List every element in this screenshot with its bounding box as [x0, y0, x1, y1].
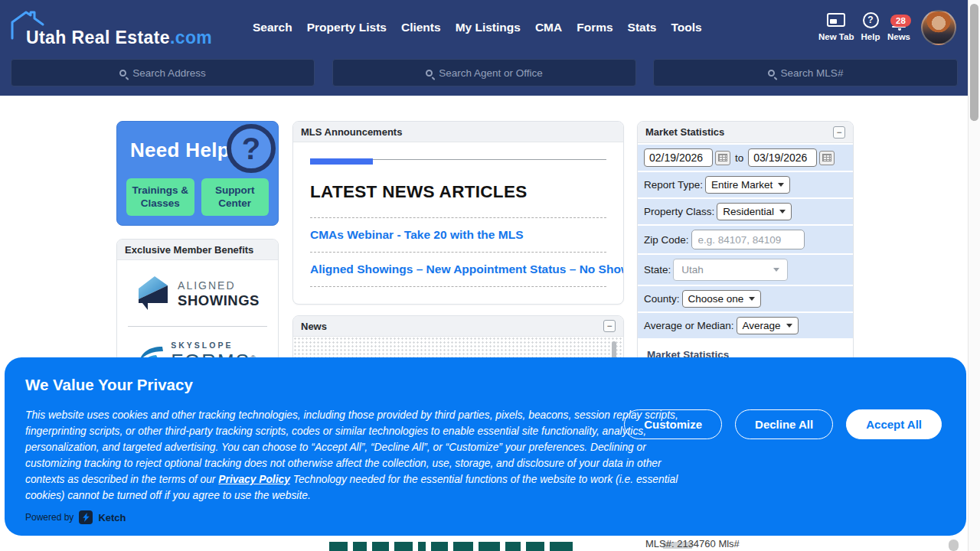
chevron-down-icon [779, 210, 786, 214]
divider [310, 286, 606, 287]
privacy-policy-link[interactable]: Privacy Policy [218, 474, 290, 485]
chevron-down-icon [773, 268, 779, 272]
average-median-label: Average or Median: [644, 320, 734, 331]
property-class-label: Property Class: [644, 206, 714, 217]
county-row: County: Choose one [638, 286, 853, 311]
news-article-link[interactable]: Aligned Showings – New Appointment Statu… [310, 253, 606, 286]
page: Utah Real Estate.com Search Property Lis… [0, 0, 980, 551]
latest-news-heading: LATEST NEWS ARTICLES [310, 182, 606, 202]
nav-search[interactable]: Search [253, 21, 292, 34]
help-icon: ? [863, 12, 879, 28]
page-scrollbar-thumb[interactable] [970, 4, 978, 121]
news-count-badge: 28 [890, 15, 911, 27]
nav-clients[interactable]: Clients [401, 21, 441, 34]
nav-my-listings[interactable]: My Listings [456, 21, 521, 34]
calendar-icon[interactable] [715, 151, 730, 165]
search-icon [768, 70, 775, 77]
report-type-select[interactable]: Entire Market [705, 176, 790, 194]
ketch-icon [79, 510, 93, 524]
nav-cma[interactable]: CMA [535, 21, 562, 34]
logo-dotcom: .com [170, 28, 212, 47]
date-from-input[interactable] [644, 148, 713, 167]
search-agent-placeholder: Search Agent or Office [439, 67, 543, 79]
report-type-row: Report Type: Entire Market [638, 172, 853, 197]
property-class-select[interactable]: Residential [717, 203, 792, 220]
powered-by-ketch[interactable]: Powered by Ketch [25, 510, 126, 524]
to-label: to [735, 152, 743, 164]
customize-button[interactable]: Customize [624, 409, 722, 439]
decline-all-button[interactable]: Decline All [735, 409, 833, 439]
new-tab-icon [827, 13, 845, 27]
need-help-title: Need Help [130, 139, 230, 162]
property-class-row: Property Class: Residential [638, 199, 853, 224]
zip-code-label: Zip Code: [644, 234, 689, 246]
chevron-down-icon [749, 297, 755, 301]
search-address-placeholder: Search Address [132, 67, 205, 79]
logo-text: Utah Real Estate.com [26, 28, 212, 48]
nav-tools[interactable]: Tools [671, 21, 701, 34]
county-label: County: [644, 293, 680, 305]
state-row: State: Utah [638, 255, 853, 285]
report-type-label: Report Type: [644, 179, 703, 191]
page-scrollbar[interactable] [968, 0, 980, 551]
search-mls-input[interactable]: Search MLS# [653, 59, 958, 86]
carousel-progress [310, 159, 606, 165]
date-to-input[interactable] [748, 148, 817, 167]
cookie-consent-banner: We Value Your Privacy This website uses … [5, 357, 966, 536]
search-address-input[interactable]: Search Address [11, 59, 315, 86]
need-help-card: Need Help ? Trainings & Classes Support … [116, 121, 279, 226]
zip-code-row: Zip Code: [638, 226, 853, 253]
mls-number-text: MLS#: 2134760 Mls# [645, 538, 740, 549]
state-select[interactable]: Utah [673, 259, 788, 281]
question-mark-icon: ? [227, 124, 276, 173]
search-icon [119, 70, 126, 77]
new-tab-button[interactable]: New Tab [818, 11, 854, 41]
support-center-button[interactable]: Support Center [201, 178, 270, 216]
average-median-row: Average or Median: Average [638, 313, 853, 338]
calendar-icon[interactable] [819, 151, 835, 165]
nav-forms[interactable]: Forms [577, 21, 612, 34]
search-agent-input[interactable]: Search Agent or Office [332, 59, 636, 86]
user-avatar[interactable] [921, 10, 956, 45]
accept-all-button[interactable]: Accept All [846, 409, 942, 439]
zip-code-input[interactable] [691, 230, 805, 249]
news-title: News [301, 321, 327, 332]
state-label: State: [644, 264, 671, 276]
nav-property-lists[interactable]: Property Lists [307, 21, 387, 34]
aligned-showings-logo[interactable]: ALIGNED SHOWINGS [117, 260, 278, 326]
announcements-title: MLS Announcements [301, 126, 402, 138]
market-stats-title: Market Statistics [645, 126, 724, 138]
mls-announcements-panel: MLS Announcements LATEST NEWS ARTICLES C… [292, 121, 624, 305]
benefits-title: Exclusive Member Benefits [125, 244, 253, 256]
aligned-showings-icon [136, 274, 171, 314]
clipped-headline-letters [329, 542, 573, 551]
collapse-market-stats-button[interactable] [833, 126, 845, 139]
cookie-banner-title: We Value Your Privacy [25, 376, 193, 394]
chevron-down-icon [786, 324, 792, 328]
county-select[interactable]: Choose one [682, 290, 762, 308]
search-mls-placeholder: Search MLS# [781, 67, 844, 79]
cookie-banner-body: This website uses cookies and other trac… [25, 408, 681, 504]
search-icon [426, 70, 433, 77]
date-range-row: to [638, 145, 853, 171]
average-median-select[interactable]: Average [737, 317, 799, 334]
trainings-classes-button[interactable]: Trainings & Classes [126, 178, 194, 216]
site-logo[interactable]: Utah Real Estate.com [9, 8, 208, 51]
news-article-link[interactable]: CMAs Webinar - Take 20 with the MLS [310, 218, 606, 252]
main-nav: Search Property Lists Clients My Listing… [253, 21, 702, 34]
site-header: Utah Real Estate.com Search Property Lis… [0, 0, 968, 96]
clipped-scrollbar [949, 540, 959, 551]
chevron-down-icon [778, 183, 784, 187]
collapse-news-button[interactable] [603, 320, 616, 332]
nav-stats[interactable]: Stats [628, 21, 657, 34]
